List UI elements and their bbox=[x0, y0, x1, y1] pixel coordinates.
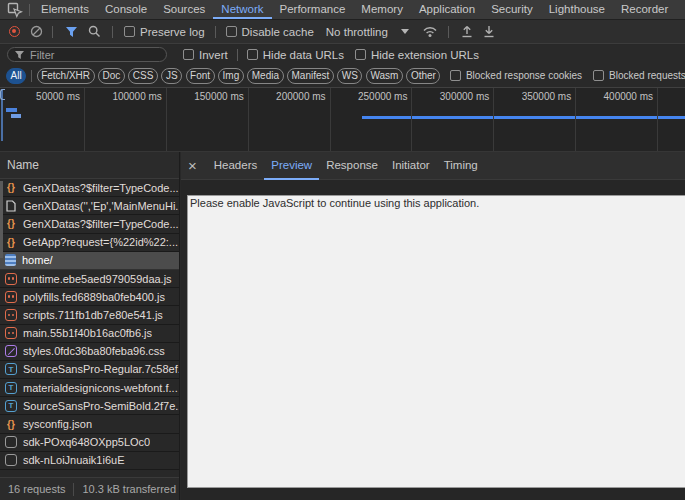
type-filter-fetch-xhr[interactable]: Fetch/XHR bbox=[37, 68, 95, 84]
tab-performance[interactable]: Performance bbox=[272, 0, 354, 19]
request-row[interactable]: styles.0fdc36ba80feba96.css bbox=[0, 343, 179, 361]
hide-extension-urls-label: Hide extension URLs bbox=[371, 49, 479, 61]
type-filter-wasm[interactable]: Wasm bbox=[366, 68, 403, 84]
record-icon[interactable] bbox=[9, 26, 20, 37]
name-column-header[interactable]: Name bbox=[0, 152, 179, 179]
preview-frame: Please enable JavaScript to continue usi… bbox=[187, 195, 685, 488]
separator bbox=[73, 483, 74, 496]
filter-bar: Filter Invert Hide data URLs Hide extens… bbox=[0, 45, 685, 64]
detail-tab-preview[interactable]: Preview bbox=[264, 152, 319, 180]
type-filter-media[interactable]: Media bbox=[247, 68, 283, 84]
request-row[interactable]: TSourceSansPro-SemiBold.2f7e... bbox=[0, 397, 179, 415]
type-filter-js[interactable]: JS bbox=[161, 68, 182, 84]
timeline-overview[interactable]: 50000 ms100000 ms150000 ms200000 ms25000… bbox=[0, 87, 685, 152]
request-row[interactable]: sdk-POxq648OXpp5LOc0 bbox=[0, 434, 179, 452]
detail-tab-timing[interactable]: Timing bbox=[437, 152, 485, 180]
checkbox[interactable] bbox=[124, 26, 135, 37]
invert-label: Invert bbox=[199, 49, 228, 61]
tab-security[interactable]: Security bbox=[483, 0, 541, 19]
throttling-select[interactable]: No throttling bbox=[326, 26, 388, 38]
type-filter-img[interactable]: Img bbox=[218, 68, 244, 84]
request-row[interactable]: home/ bbox=[0, 252, 179, 270]
tab-console[interactable]: Console bbox=[97, 0, 155, 19]
request-row[interactable]: GenXDatas('','Ep','MainMenuHi... bbox=[0, 197, 179, 215]
request-name: SourceSansPro-Regular.7c58ef... bbox=[23, 363, 179, 375]
timeline-request-bar bbox=[11, 114, 21, 118]
home-file-icon bbox=[5, 254, 16, 266]
requests-count: 16 requests bbox=[8, 483, 65, 495]
xhr-file-icon: {} bbox=[5, 182, 17, 194]
tab-lighthouse[interactable]: Lighthouse bbox=[541, 0, 613, 19]
xhr-file-icon: {} bbox=[5, 218, 17, 230]
blocked-response-cookies-checkbox[interactable]: Blocked response cookies bbox=[450, 70, 582, 81]
type-filter-css[interactable]: CSS bbox=[128, 68, 158, 84]
type-filter-ws[interactable]: WS bbox=[337, 68, 362, 84]
request-row[interactable]: polyfills.fed6889ba0feb400.js bbox=[0, 288, 179, 306]
request-row[interactable]: main.55b1f40b16ac0fb6.js bbox=[0, 325, 179, 343]
request-row[interactable]: scripts.711fb1db7e80e541.js bbox=[0, 306, 179, 324]
filter-input[interactable]: Filter bbox=[7, 47, 167, 62]
request-name: SourceSansPro-SemiBold.2f7e... bbox=[23, 400, 179, 412]
request-name: scripts.711fb1db7e80e541.js bbox=[23, 309, 163, 321]
request-row[interactable]: runtime.ebe5aed979059daa.js bbox=[0, 270, 179, 288]
inspect-element-icon[interactable] bbox=[7, 2, 23, 18]
hide-data-urls-label: Hide data URLs bbox=[263, 49, 344, 61]
blocked-requests-label: Blocked requests bbox=[609, 70, 685, 81]
font-file-icon: T bbox=[5, 400, 17, 412]
request-row[interactable]: {}GenXDatas?$filter=TypeCode... bbox=[0, 179, 179, 197]
timeline-tick-label: 50000 ms bbox=[4, 91, 80, 102]
separator bbox=[237, 49, 238, 61]
request-name: GenXDatas?$filter=TypeCode... bbox=[23, 218, 179, 230]
clear-icon[interactable] bbox=[30, 25, 43, 38]
request-row[interactable]: {}sysconfig.json bbox=[0, 415, 179, 433]
css-file-icon bbox=[5, 345, 17, 357]
checkbox[interactable] bbox=[226, 26, 237, 37]
type-filter-font[interactable]: Font bbox=[186, 68, 215, 84]
request-name: home/ bbox=[22, 254, 53, 266]
tab-application[interactable]: Application bbox=[411, 0, 483, 19]
timeline-long-bar bbox=[362, 116, 685, 119]
type-filter-doc[interactable]: Doc bbox=[98, 68, 125, 84]
hide-extension-urls-checkbox[interactable]: Hide extension URLs bbox=[355, 49, 479, 61]
chevron-down-icon[interactable] bbox=[401, 29, 409, 34]
timeline-gridline bbox=[575, 88, 576, 151]
xhr-file-icon: {} bbox=[5, 236, 17, 248]
filter-placeholder: Filter bbox=[30, 49, 54, 61]
export-har-icon[interactable] bbox=[483, 25, 495, 38]
preserve-log-checkbox[interactable]: Preserve log bbox=[124, 26, 205, 38]
tab-elements[interactable]: Elements bbox=[33, 0, 97, 19]
detail-tab-response[interactable]: Response bbox=[319, 152, 385, 180]
detail-tab-headers[interactable]: Headers bbox=[207, 152, 264, 180]
request-row[interactable]: {}GenXDatas?$filter=TypeCode... bbox=[0, 215, 179, 233]
filter-toggle-icon[interactable] bbox=[65, 26, 78, 38]
timeline-tick-label: 300000 ms bbox=[413, 91, 489, 102]
request-row[interactable]: TSourceSansPro-Regular.7c58ef... bbox=[0, 361, 179, 379]
network-conditions-icon[interactable] bbox=[422, 25, 438, 38]
disable-cache-checkbox[interactable]: Disable cache bbox=[226, 26, 314, 38]
import-har-icon[interactable] bbox=[461, 25, 473, 38]
tab-sources[interactable]: Sources bbox=[155, 0, 213, 19]
request-list: {}GenXDatas?$filter=TypeCode...GenXDatas… bbox=[0, 179, 179, 470]
type-filter-all[interactable]: All bbox=[6, 68, 26, 84]
disable-cache-label: Disable cache bbox=[242, 26, 314, 38]
list-scrollbar[interactable] bbox=[0, 181, 3, 258]
request-row[interactable]: sdk-nLoiJnuaik1i6uE bbox=[0, 452, 179, 470]
invert-checkbox[interactable]: Invert bbox=[183, 49, 228, 61]
timeline-tick-label: 150000 ms bbox=[168, 91, 244, 102]
type-filter-other[interactable]: Other bbox=[406, 68, 440, 84]
type-filter-manifest[interactable]: Manifest bbox=[287, 68, 334, 84]
xhr-file-icon: {} bbox=[5, 418, 17, 430]
request-row[interactable]: Tmaterialdesignicons-webfont.f... bbox=[0, 379, 179, 397]
separator bbox=[112, 26, 113, 38]
tab-recorder[interactable]: Recorder bbox=[613, 0, 676, 19]
request-row[interactable]: {}GetApp?request={%22id%22:... bbox=[0, 234, 179, 252]
search-icon[interactable] bbox=[88, 25, 101, 38]
detail-tab-initiator[interactable]: Initiator bbox=[385, 152, 437, 180]
close-icon[interactable]: × bbox=[188, 153, 197, 179]
hide-data-urls-checkbox[interactable]: Hide data URLs bbox=[247, 49, 344, 61]
tab-network[interactable]: Network bbox=[213, 0, 271, 19]
unknown-file-icon bbox=[5, 436, 17, 448]
tab-memory[interactable]: Memory bbox=[353, 0, 411, 19]
blocked-requests-checkbox[interactable]: Blocked requests bbox=[593, 70, 685, 81]
request-name: sdk-nLoiJnuaik1i6uE bbox=[23, 454, 125, 466]
